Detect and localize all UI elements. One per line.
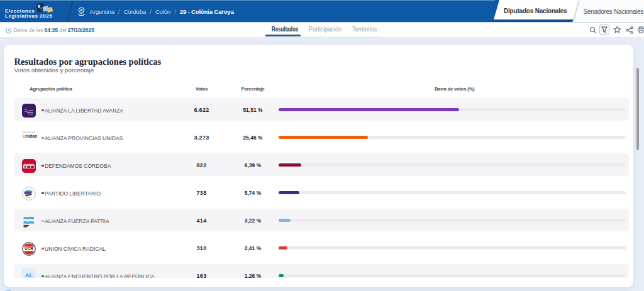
svg-text:UCR: UCR [25, 246, 33, 251]
